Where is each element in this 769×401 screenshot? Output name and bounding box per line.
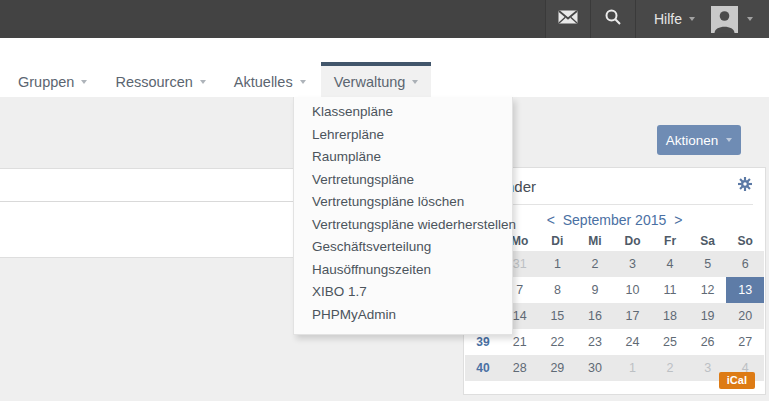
dropdown-item[interactable]: Vertretungspläne <box>294 169 512 192</box>
nav-item-verwaltung[interactable]: Verwaltung <box>321 62 432 97</box>
calendar-weekday: Mi <box>576 231 614 251</box>
calendar-day[interactable]: 1 <box>614 355 652 381</box>
calendar-day[interactable]: 1 <box>539 251 577 277</box>
calendar-day[interactable]: 20 <box>726 303 764 329</box>
dropdown-item[interactable]: Klassenpläne <box>294 101 512 124</box>
chevron-down-icon <box>747 17 753 21</box>
chevron-down-icon <box>300 80 306 84</box>
calendar-day[interactable]: 2 <box>576 251 614 277</box>
top-bar: Hilfe <box>0 0 769 38</box>
next-month-button[interactable]: > <box>670 212 686 228</box>
dropdown-item[interactable]: Hausöffnungszeiten <box>294 259 512 282</box>
user-menu[interactable] <box>711 0 769 38</box>
dropdown-item[interactable]: XIBO 1.7 <box>294 281 512 304</box>
dropdown-item[interactable]: Vertretungspläne löschen <box>294 191 512 214</box>
nav-label: Gruppen <box>18 74 74 90</box>
calendar-day[interactable]: 18 <box>651 303 689 329</box>
dropdown-item[interactable]: Vertretungspläne wiederherstellen <box>294 214 512 237</box>
dropdown-item[interactable]: Raumpläne <box>294 146 512 169</box>
calendar-day[interactable]: 6 <box>726 251 764 277</box>
prev-month-button[interactable]: < <box>543 212 559 228</box>
gear-icon[interactable] <box>737 176 753 196</box>
calendar-day[interactable]: 24 <box>614 329 652 355</box>
calendar-day[interactable]: 5 <box>689 251 727 277</box>
calendar-day[interactable]: 22 <box>539 329 577 355</box>
main-nav: Gruppen Ressourcen Aktuelles Verwaltung <box>0 38 769 97</box>
calendar-day[interactable]: 4 <box>651 251 689 277</box>
mail-button[interactable] <box>545 0 590 38</box>
calendar-day-selected[interactable]: 13 <box>726 277 764 303</box>
actions-button[interactable]: Aktionen <box>657 125 741 155</box>
dropdown-item[interactable]: Lehrerpläne <box>294 124 512 147</box>
dropdown-item[interactable]: PHPMyAdmin <box>294 304 512 327</box>
calendar-weekday: Fr <box>651 231 689 251</box>
calendar-week-number: 40 <box>465 355 501 381</box>
nav-label: Verwaltung <box>334 74 406 90</box>
calendar-day[interactable]: 9 <box>576 277 614 303</box>
calendar-month-label: September 2015 <box>563 212 667 228</box>
avatar <box>711 6 738 33</box>
calendar-day[interactable]: 3 <box>614 251 652 277</box>
nav-item-gruppen[interactable]: Gruppen <box>5 62 100 97</box>
calendar-day[interactable]: 23 <box>576 329 614 355</box>
help-menu[interactable]: Hilfe <box>636 0 711 38</box>
app-screen: Hilfe Gruppen Ressourcen Aktuelles <box>0 0 769 401</box>
chevron-down-icon <box>200 80 206 84</box>
actions-label: Aktionen <box>666 133 719 148</box>
calendar-weekday: Sa <box>689 231 727 251</box>
search-button[interactable] <box>590 0 636 38</box>
calendar-day[interactable]: 12 <box>689 277 727 303</box>
calendar-day[interactable]: 17 <box>614 303 652 329</box>
nav-item-aktuelles[interactable]: Aktuelles <box>221 62 319 97</box>
chevron-down-icon <box>81 80 87 84</box>
ical-badge[interactable]: iCal <box>719 372 755 389</box>
calendar-day[interactable]: 26 <box>689 329 727 355</box>
calendar-day[interactable]: 11 <box>651 277 689 303</box>
nav-item-ressourcen[interactable]: Ressourcen <box>102 62 218 97</box>
calendar-day[interactable]: 19 <box>689 303 727 329</box>
calendar-day[interactable]: 16 <box>576 303 614 329</box>
calendar-day[interactable]: 27 <box>726 329 764 355</box>
nav-label: Ressourcen <box>115 74 192 90</box>
calendar-day[interactable]: 2 <box>651 355 689 381</box>
calendar-day[interactable]: 28 <box>501 355 539 381</box>
nav-label: Aktuelles <box>234 74 293 90</box>
calendar-day[interactable]: 30 <box>576 355 614 381</box>
calendar-day[interactable]: 10 <box>614 277 652 303</box>
chevron-down-icon <box>689 17 695 21</box>
mail-icon <box>558 10 578 28</box>
help-label: Hilfe <box>654 11 682 27</box>
calendar-day[interactable]: 25 <box>651 329 689 355</box>
calendar-day[interactable]: 8 <box>539 277 577 303</box>
calendar-header: Kalender <box>476 168 753 205</box>
calendar-weekday: Di <box>539 231 577 251</box>
chevron-down-icon <box>412 80 418 84</box>
chevron-down-icon <box>726 138 732 142</box>
calendar-day[interactable]: 29 <box>539 355 577 381</box>
dropdown-item[interactable]: Geschäftsverteilung <box>294 236 512 259</box>
calendar-weekday: So <box>726 231 764 251</box>
search-icon <box>604 8 622 30</box>
verwaltung-dropdown-menu: KlassenpläneLehrerpläneRaumpläneVertretu… <box>293 97 513 335</box>
calendar-day[interactable]: 15 <box>539 303 577 329</box>
calendar-weekday: Do <box>614 231 652 251</box>
